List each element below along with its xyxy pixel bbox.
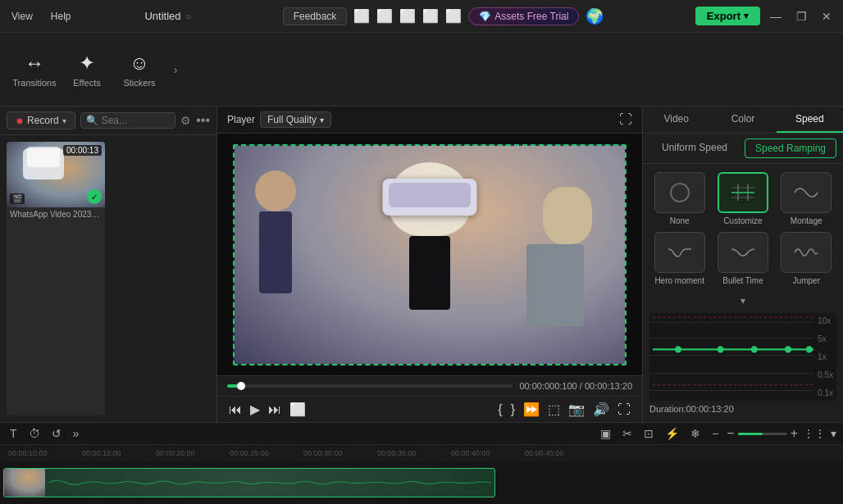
speed-option-bullet[interactable]: Bullet Time xyxy=(714,232,771,285)
crop-button[interactable]: ⊡ xyxy=(640,426,657,441)
progress-handle[interactable] xyxy=(237,382,245,390)
play-pause-button[interactable]: ▶ xyxy=(248,400,262,419)
zoom-fill xyxy=(738,433,763,435)
split-button[interactable]: ✂ xyxy=(619,426,636,441)
more-tools-button[interactable]: » xyxy=(70,426,83,441)
settings-tl-button[interactable]: ▾ xyxy=(831,427,836,440)
fullscreen-ctrl-button[interactable]: ⛶ xyxy=(616,401,632,419)
remove-minus-button[interactable]: − xyxy=(709,426,722,441)
feedback-button[interactable]: Feedback xyxy=(283,7,348,25)
video-frame xyxy=(233,144,627,366)
video-scene xyxy=(235,146,625,364)
search-box: 🔍 xyxy=(80,112,176,129)
chart-label-5x: 5x xyxy=(818,334,833,343)
toolbar-expand-arrow[interactable]: › xyxy=(167,53,184,86)
restore-button[interactable]: ❐ xyxy=(791,8,812,25)
zoom-slider[interactable] xyxy=(738,433,787,435)
export-button[interactable]: Export xyxy=(695,7,760,25)
tab-video[interactable]: Video xyxy=(643,107,709,133)
media-duration: 00:00:13 xyxy=(63,145,102,156)
speed-tl-button[interactable]: ⚡ xyxy=(662,426,682,441)
speed-option-jumper[interactable]: Jumper xyxy=(778,232,835,285)
stickers-tool[interactable]: ☺ Stickers xyxy=(115,41,164,98)
next-frame-button[interactable]: ⏭ xyxy=(267,401,283,419)
speed-options-grid: None Customize xyxy=(643,164,843,293)
media-thumbnail: 00:00:13 ✓ 🎬 xyxy=(7,142,105,207)
assets-trial-button[interactable]: Assets Free Trial xyxy=(468,7,579,25)
timer-button[interactable]: ⏱ xyxy=(25,426,43,441)
minimize-button[interactable]: — xyxy=(765,8,786,25)
media-tool-button[interactable]: ▣ xyxy=(597,426,614,441)
loop-button[interactable]: ↺ xyxy=(48,426,65,441)
stickers-label: Stickers xyxy=(123,78,155,88)
document-title[interactable]: Untitled xyxy=(144,10,180,22)
music-icon[interactable]: ⬜ xyxy=(422,8,439,24)
speed-option-montage[interactable]: Montage xyxy=(778,172,835,225)
download-icon[interactable]: ⬜ xyxy=(399,8,416,24)
monitor-icon[interactable]: ⬜ xyxy=(353,8,370,24)
none-icon xyxy=(654,172,705,213)
mark-out-button[interactable]: } xyxy=(509,401,517,419)
controls-row: ⏮ ▶ ⏭ ⬜ { } ⏩ ⬚ 📷 🔊 ⛶ xyxy=(217,396,642,422)
media-item[interactable]: 00:00:13 ✓ 🎬 WhatsApp Video 2023-10-05..… xyxy=(7,142,105,415)
mark-in-button[interactable]: { xyxy=(496,401,504,419)
more-options-icon[interactable]: ••• xyxy=(196,113,210,128)
close-button[interactable]: ✕ xyxy=(817,8,836,25)
cloud-icon[interactable]: ⬜ xyxy=(376,8,393,24)
speed-option-hero[interactable]: Hero moment xyxy=(651,232,708,285)
fullscreen-icon[interactable]: ⛶ xyxy=(619,112,632,127)
svg-point-12 xyxy=(806,346,813,352)
timeline-clip[interactable] xyxy=(3,468,495,497)
video-area xyxy=(217,134,642,375)
zoom-in-button[interactable]: + xyxy=(791,426,798,441)
uniform-speed-tab[interactable]: Uniform Speed xyxy=(649,138,740,158)
ruler-mark-0: 00:00:10:00 xyxy=(8,449,48,457)
chart-labels: 10x 5x 1x 0.5x 0.1x xyxy=(818,313,833,401)
customize-label: Customize xyxy=(723,216,762,225)
freeze-button[interactable]: ❄ xyxy=(687,426,704,441)
menu-view[interactable]: View xyxy=(7,9,38,24)
speed-ramping-tab[interactable]: Speed Ramping xyxy=(745,138,836,158)
tab-color[interactable]: Color xyxy=(709,107,776,133)
progress-bar[interactable] xyxy=(227,384,513,388)
layout-button[interactable]: ⋮⋮ xyxy=(803,427,826,440)
record-button[interactable]: Record xyxy=(7,111,75,129)
tab-speed[interactable]: Speed xyxy=(777,107,843,133)
grid-icon[interactable]: ⬜ xyxy=(445,8,462,24)
speed-option-none[interactable]: None xyxy=(651,172,708,225)
stickers-icon: ☺ xyxy=(130,52,150,75)
earth-icon[interactable]: 🌍 xyxy=(586,7,604,25)
stop-button[interactable]: ⬜ xyxy=(288,400,308,419)
transitions-tool[interactable]: ↔ Transitions xyxy=(10,41,59,98)
screenshot-button[interactable]: 📷 xyxy=(567,400,586,419)
filter-icon[interactable]: ⚙ xyxy=(180,114,191,127)
clip-speed-button[interactable]: ⏩ xyxy=(522,400,541,419)
none-label: None xyxy=(670,216,690,225)
montage-label: Montage xyxy=(791,216,822,225)
speed-option-customize[interactable]: Customize xyxy=(714,172,771,225)
jumper-icon xyxy=(781,232,832,273)
ruler-mark-1: 00:00:15:00 xyxy=(82,449,121,457)
media-selected-check: ✓ xyxy=(87,189,102,204)
main-area: Record 🔍 ⚙ ••• 00:00:13 ✓ 🎬 xyxy=(0,107,843,422)
text-tool-button[interactable]: T xyxy=(7,426,21,441)
left-panel-toolbar: Record 🔍 ⚙ ••• xyxy=(0,107,216,135)
svg-point-10 xyxy=(751,346,758,352)
effects-icon: ✦ xyxy=(79,52,95,75)
media-filename: WhatsApp Video 2023-10-05... xyxy=(7,207,105,221)
expand-chevron[interactable]: ▾ xyxy=(643,293,843,308)
quality-select[interactable]: Full Quality xyxy=(260,111,331,128)
duration-text: Duration:00:00:13:20 xyxy=(649,401,836,417)
ruler-mark-4: 00:00:30:00 xyxy=(303,449,343,457)
speed-sub-tabs: Uniform Speed Speed Ramping xyxy=(643,134,843,164)
pip-button[interactable]: ⬚ xyxy=(546,400,562,419)
prev-frame-button[interactable]: ⏮ xyxy=(227,401,244,419)
svg-point-0 xyxy=(671,184,689,202)
chart-label-05x: 0.5x xyxy=(818,370,833,379)
top-right-area: Export — ❐ ✕ xyxy=(695,7,836,25)
search-input[interactable] xyxy=(102,115,171,126)
effects-tool[interactable]: ✦ Effects xyxy=(62,41,112,98)
volume-button[interactable]: 🔊 xyxy=(591,400,611,419)
zoom-out-button[interactable]: − xyxy=(727,426,734,441)
menu-help[interactable]: Help xyxy=(46,9,76,24)
